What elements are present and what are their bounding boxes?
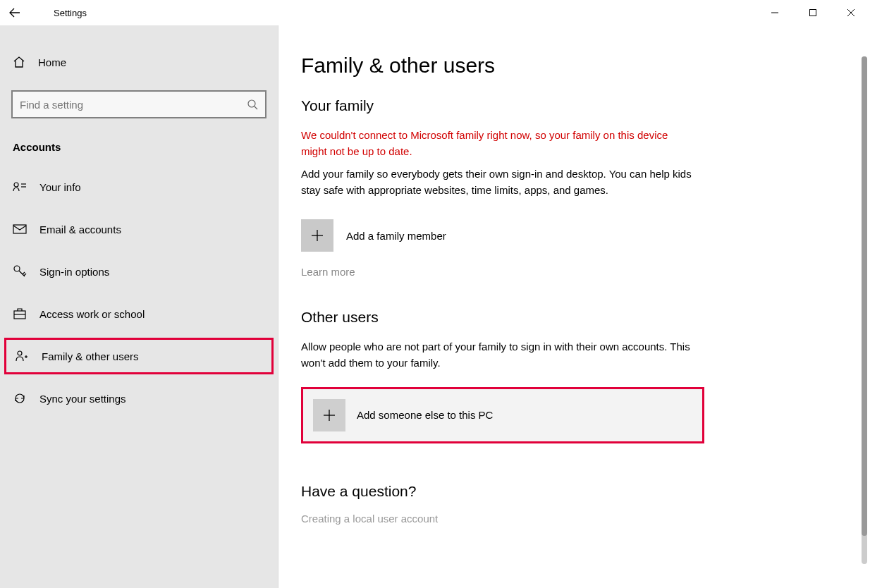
svg-rect-7	[13, 225, 26, 233]
scrollbar[interactable]	[862, 56, 867, 564]
people-plus-icon	[15, 350, 29, 362]
maximize-button[interactable]	[794, 0, 832, 25]
plus-icon-box	[313, 399, 345, 431]
plus-icon	[310, 228, 324, 243]
home-nav[interactable]: Home	[0, 47, 278, 78]
sidebar-section-label: Accounts	[0, 123, 278, 163]
svg-point-2	[248, 100, 255, 107]
add-family-member-button[interactable]: Add a family member	[301, 219, 833, 252]
sidebar-item-access-work-school[interactable]: Access work or school	[0, 295, 278, 332]
mail-icon	[13, 223, 27, 235]
sidebar-item-label: Your info	[39, 181, 81, 193]
close-button[interactable]	[832, 0, 870, 25]
sidebar-item-label: Access work or school	[39, 308, 145, 320]
learn-more-link[interactable]: Learn more	[301, 266, 833, 278]
svg-rect-1	[810, 10, 816, 16]
window-title: Settings	[54, 8, 87, 18]
sidebar-item-email-accounts[interactable]: Email & accounts	[0, 211, 278, 247]
sidebar-item-label: Sign-in options	[39, 266, 109, 278]
sidebar-item-label: Family & other users	[42, 350, 139, 362]
minimize-button[interactable]	[756, 0, 794, 25]
close-icon	[847, 8, 855, 17]
content-area: Family & other users Your family We coul…	[278, 25, 862, 588]
sidebar-item-family-other-users[interactable]: Family & other users	[4, 338, 274, 374]
sidebar-item-label: Sync your settings	[39, 393, 126, 405]
person-card-icon	[13, 181, 27, 192]
home-label: Home	[38, 56, 66, 68]
titlebar: Settings	[0, 0, 870, 25]
sidebar-item-label: Email & accounts	[39, 223, 121, 235]
search-icon	[247, 99, 258, 110]
sidebar-item-your-info[interactable]: Your info	[0, 169, 278, 205]
plus-icon-box	[301, 219, 333, 252]
briefcase-icon	[13, 307, 27, 320]
svg-point-11	[18, 351, 22, 355]
other-users-heading: Other users	[301, 309, 833, 326]
page-title: Family & other users	[301, 54, 833, 78]
search-input[interactable]	[20, 99, 247, 111]
sidebar-item-sign-in-options[interactable]: Sign-in options	[0, 253, 278, 290]
family-error-text: We couldn't connect to Microsoft family …	[301, 127, 696, 160]
svg-point-8	[14, 266, 20, 271]
home-icon	[13, 56, 25, 68]
family-description: Add your family so everybody gets their …	[301, 166, 696, 199]
back-button[interactable]	[0, 0, 30, 25]
other-users-description: Allow people who are not part of your fa…	[301, 338, 696, 372]
sync-icon	[13, 391, 27, 405]
svg-line-3	[255, 106, 257, 109]
scrollbar-thumb[interactable]	[862, 56, 867, 536]
family-heading: Your family	[301, 97, 833, 114]
sidebar-item-sync-settings[interactable]: Sync your settings	[0, 380, 278, 417]
key-icon	[13, 264, 27, 278]
svg-point-4	[14, 183, 18, 187]
add-someone-else-label: Add someone else to this PC	[357, 409, 493, 421]
arrow-left-icon	[9, 7, 20, 18]
maximize-icon	[809, 8, 817, 17]
add-someone-else-button[interactable]: Add someone else to this PC	[301, 387, 704, 443]
minimize-icon	[771, 8, 779, 17]
plus-icon	[322, 408, 336, 422]
search-box[interactable]	[11, 90, 266, 118]
question-heading: Have a question?	[301, 483, 833, 500]
help-link-local-user[interactable]: Creating a local user account	[301, 513, 833, 525]
add-family-label: Add a family member	[346, 230, 446, 242]
sidebar: Home Accounts Your info Email & accounts…	[0, 25, 278, 588]
